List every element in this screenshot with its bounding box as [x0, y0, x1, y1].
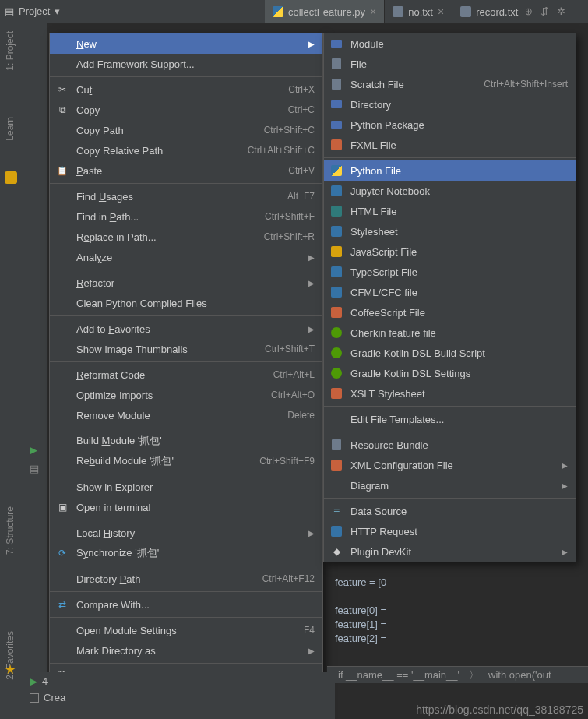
context-item-show-in-explorer[interactable]: Show in Explorer — [50, 477, 322, 497]
text-file-icon — [393, 6, 403, 17]
context-item-new[interactable]: New▶ — [50, 33, 322, 54]
new-item-data-source[interactable]: ≡Data Source — [324, 501, 576, 521]
menu-item-label: Reformat Code — [76, 369, 266, 381]
checkbox-icon[interactable] — [30, 693, 39, 703]
context-item-paste[interactable]: 📋PasteCtrl+V — [50, 160, 322, 181]
file-type-icon — [330, 185, 343, 197]
tab-no[interactable]: no.txt × — [385, 0, 452, 23]
context-item-optimize-imports[interactable]: Optimize ImportsCtrl+Alt+O — [50, 385, 322, 405]
context-item-find-usages[interactable]: Find UsagesAlt+F7 — [50, 186, 322, 206]
context-item-clean-python-compiled-files[interactable]: Clean Python Compiled Files — [50, 293, 322, 313]
project-tool-button[interactable]: ▤ Project ▾ — [5, 5, 60, 17]
context-item-show-image-thumbnails[interactable]: Show Image ThumbnailsCtrl+Shift+T — [50, 339, 322, 359]
tab-collectfeature[interactable]: collectFeature.py × — [265, 0, 385, 23]
structure-gutter-icon[interactable]: ▤ — [30, 463, 39, 474]
new-item-edit-file-templates[interactable]: Edit File Templates... — [324, 409, 576, 429]
context-item-local-history[interactable]: Local History▶ — [50, 523, 322, 543]
context-item-copy-path[interactable]: Copy PathCtrl+Shift+C — [50, 120, 322, 140]
menu-separator — [50, 428, 322, 428]
breadcrumb-item[interactable]: with open('out — [484, 669, 556, 681]
context-item-reformat-code[interactable]: Reformat CodeCtrl+Alt+L — [50, 365, 322, 385]
menu-item-label: Gherkin feature file — [350, 327, 568, 339]
context-item-replace-in-path[interactable]: Replace in Path...Ctrl+Shift+R — [50, 227, 322, 247]
new-item-xslt-stylesheet[interactable]: XSLT Stylesheet — [324, 383, 576, 404]
new-item-plugin-devkit[interactable]: ◆Plugin DevKit▶ — [324, 541, 576, 562]
settings-icon[interactable]: ✲ — [557, 5, 565, 17]
new-item-jupyter-notebook[interactable]: Jupyter Notebook — [324, 181, 576, 201]
star-icon[interactable]: ★ — [5, 662, 17, 675]
menu-item-label: Local History — [76, 527, 301, 539]
file-type-icon — [330, 139, 343, 151]
rail-project[interactable]: 1: Project — [5, 31, 16, 71]
file-type-icon — [330, 326, 343, 339]
file-icon — [330, 439, 343, 451]
context-item-build-module[interactable]: Build Module '抓包' — [50, 431, 322, 451]
collapse-icon[interactable]: ⇵ — [540, 5, 549, 17]
new-item-python-package[interactable]: Python Package — [324, 115, 576, 135]
bottom-panel: ▶ 4 Crea — [23, 672, 335, 719]
run-gutter-icon[interactable]: ▶ — [30, 444, 37, 456]
new-item-fxml-file[interactable]: FXML File — [324, 135, 576, 155]
run-icon[interactable]: ▶ — [30, 675, 37, 687]
context-item-analyze[interactable]: Analyze▶ — [50, 247, 322, 267]
new-item-javascript-file[interactable]: JavaScript File — [324, 241, 576, 262]
rail-learn[interactable]: Learn — [5, 117, 16, 141]
context-item-open-module-settings[interactable]: Open Module SettingsF4 — [50, 620, 322, 640]
new-item-typescript-file[interactable]: TypeScript File — [324, 262, 576, 282]
menu-item-label: Optimize Imports — [76, 389, 263, 401]
new-item-python-file[interactable]: Python File — [324, 160, 576, 181]
new-item-stylesheet[interactable]: Stylesheet — [324, 221, 576, 241]
new-item-html-file[interactable]: HTML File — [324, 201, 576, 221]
breadcrumb-item[interactable]: if __name__ == '__main__' — [333, 669, 464, 681]
menu-separator — [324, 498, 576, 499]
menu-item-label: Replace in Path... — [76, 231, 256, 243]
context-item-compare-with[interactable]: ⇄Compare With... — [50, 594, 322, 615]
menu-shortcut: Ctrl+Shift+T — [265, 344, 315, 354]
new-item-coffeescript-file[interactable]: CoffeeScript File — [324, 302, 576, 322]
new-item-http-request[interactable]: HTTP Request — [324, 521, 576, 541]
context-item-refactor[interactable]: Refactor▶ — [50, 273, 322, 293]
context-item-find-in-path[interactable]: Find in Path...Ctrl+Shift+F — [50, 206, 322, 227]
new-item-file[interactable]: File — [324, 54, 576, 74]
new-submenu: ModuleFileScratch FileCtrl+Alt+Shift+Ins… — [323, 33, 576, 562]
menu-item-label: JavaScript File — [350, 246, 568, 258]
menu-item-label: Find Usages — [76, 191, 280, 203]
context-item-add-to-favorites[interactable]: Add to Favorites▶ — [50, 319, 322, 339]
close-icon[interactable]: × — [438, 5, 444, 18]
new-item-gradle-kotlin-dsl-settings[interactable]: Gradle Kotlin DSL Settings — [324, 363, 576, 383]
new-item-gherkin-feature-file[interactable]: Gherkin feature file — [324, 322, 576, 343]
new-item-scratch-file[interactable]: Scratch FileCtrl+Alt+Shift+Insert — [324, 74, 576, 94]
context-item-copy[interactable]: ⧉CopyCtrl+C — [50, 100, 322, 120]
close-icon[interactable]: × — [370, 5, 376, 18]
new-item-directory[interactable]: Directory — [324, 94, 576, 115]
tab-label: no.txt — [408, 6, 433, 18]
context-item-mark-directory-as[interactable]: Mark Directory as▶ — [50, 640, 322, 661]
menu-item-label: Show in Explorer — [76, 481, 315, 493]
tab-record[interactable]: record.txt — [452, 0, 526, 23]
blank-icon — [56, 144, 69, 157]
new-item-diagram[interactable]: Diagram▶ — [324, 475, 576, 495]
new-item-module[interactable]: Module — [324, 33, 576, 54]
new-item-gradle-kotlin-dsl-build-script[interactable]: Gradle Kotlin DSL Build Script — [324, 343, 576, 363]
paste-icon: 📋 — [56, 164, 69, 177]
context-item-remove-module[interactable]: Remove ModuleDelete — [50, 405, 322, 425]
hide-icon[interactable]: — — [573, 5, 583, 17]
copy-icon: ⧉ — [56, 104, 69, 116]
rail-structure[interactable]: 7: Structure — [5, 506, 16, 555]
context-item-add-framework-support[interactable]: Add Framework Support... — [50, 54, 322, 74]
context-item-synchronize[interactable]: ⟳Synchronize '抓包' — [50, 543, 322, 563]
context-item-rebuild-module[interactable]: Rebuild Module '抓包'Ctrl+Shift+F9 — [50, 451, 322, 471]
new-item-resource-bundle[interactable]: Resource Bundle — [324, 435, 576, 455]
context-item-directory-path[interactable]: Directory PathCtrl+Alt+F12 — [50, 569, 322, 589]
shield-icon[interactable] — [5, 171, 17, 184]
context-item-cut[interactable]: ✂CutCtrl+X — [50, 79, 322, 100]
menu-shortcut: Ctrl+Alt+Shift+Insert — [484, 79, 568, 90]
menu-item-label: New — [76, 38, 301, 50]
new-item-xml-configuration-file[interactable]: XML Configuration File▶ — [324, 455, 576, 475]
dropdown-icon: ▾ — [55, 5, 60, 17]
new-item-cfml-cfc-file[interactable]: CFML/CFC file — [324, 282, 576, 302]
context-item-copy-relative-path[interactable]: Copy Relative PathCtrl+Alt+Shift+C — [50, 140, 322, 160]
submenu-arrow-icon: ▶ — [308, 40, 315, 48]
project-label: Project — [19, 5, 50, 17]
context-item-open-in-terminal[interactable]: ▣Open in terminal — [50, 497, 322, 517]
